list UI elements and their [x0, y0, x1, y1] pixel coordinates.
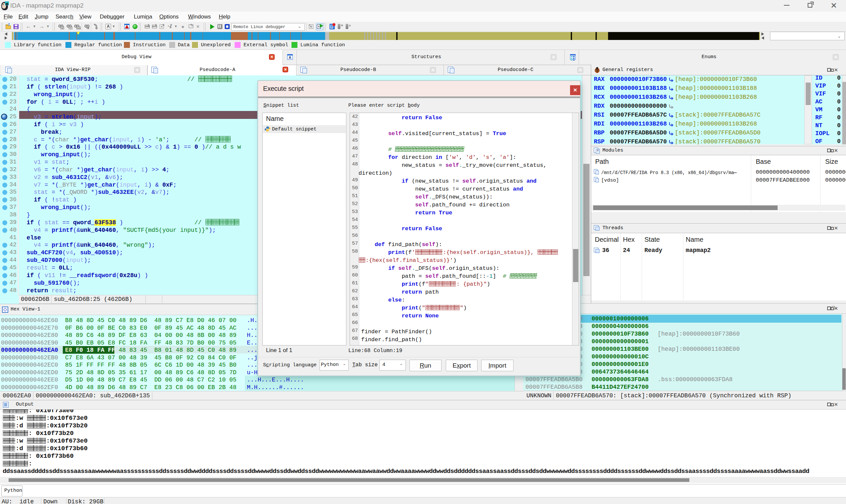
svg-text:101: 101	[77, 28, 81, 30]
svg-text:T: T	[70, 27, 71, 30]
svg-text:#: #	[61, 27, 63, 30]
